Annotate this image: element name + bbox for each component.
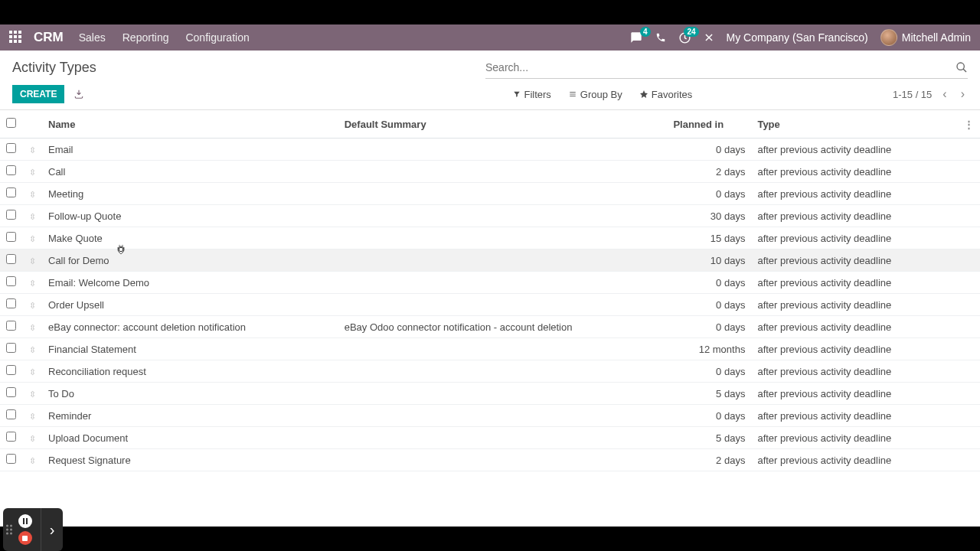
recorder-stop-button[interactable] — [18, 531, 32, 545]
close-x-icon[interactable] — [704, 32, 714, 43]
cell-name[interactable]: To Do — [42, 383, 338, 405]
table-row[interactable]: ⇳Email0 daysafter previous activity dead… — [0, 139, 980, 161]
cell-planned[interactable]: 10 days — [667, 249, 751, 272]
table-row[interactable]: ⇳Order Upsell0 daysafter previous activi… — [0, 294, 980, 316]
cell-type[interactable]: after previous activity deadline — [751, 294, 957, 316]
column-type[interactable]: Type — [751, 110, 957, 139]
table-row[interactable]: ⇳Reconciliation request0 daysafter previ… — [0, 360, 980, 383]
screen-recorder-widget[interactable]: › — [3, 508, 63, 551]
row-checkbox[interactable] — [6, 409, 16, 419]
cell-planned[interactable]: 0 days — [667, 405, 751, 427]
cell-type[interactable]: after previous activity deadline — [751, 139, 957, 161]
cell-name[interactable]: Meeting — [42, 183, 338, 205]
drag-handle-icon[interactable]: ⇳ — [29, 212, 36, 221]
cell-type[interactable]: after previous activity deadline — [751, 316, 957, 338]
cell-type[interactable]: after previous activity deadline — [751, 383, 957, 405]
drag-handle-icon[interactable]: ⇳ — [29, 234, 36, 243]
drag-handle-icon[interactable]: ⇳ — [29, 279, 36, 288]
cell-summary[interactable] — [338, 249, 668, 272]
cell-name[interactable]: Order Upsell — [42, 294, 338, 316]
cell-summary[interactable] — [338, 161, 668, 183]
cell-type[interactable]: after previous activity deadline — [751, 249, 957, 272]
drag-handle-icon[interactable]: ⇳ — [29, 190, 36, 199]
cell-name[interactable]: Call for Demo — [42, 249, 338, 272]
cell-name[interactable]: Call — [42, 161, 338, 183]
row-checkbox[interactable] — [6, 232, 16, 242]
row-checkbox[interactable] — [6, 254, 16, 264]
row-checkbox[interactable] — [6, 365, 16, 375]
cell-planned[interactable]: 0 days — [667, 139, 751, 161]
cell-planned[interactable]: 15 days — [667, 227, 751, 249]
recorder-expand-button[interactable]: › — [41, 521, 63, 539]
table-row[interactable]: ⇳Follow-up Quote30 daysafter previous ac… — [0, 205, 980, 227]
filters-button[interactable]: Filters — [513, 89, 550, 100]
cell-planned[interactable]: 0 days — [667, 294, 751, 316]
cell-name[interactable]: Reconciliation request — [42, 360, 338, 383]
drag-handle-icon[interactable]: ⇳ — [29, 301, 36, 310]
drag-handle-icon[interactable]: ⇳ — [29, 145, 36, 155]
cell-planned[interactable]: 0 days — [667, 316, 751, 338]
download-icon[interactable] — [74, 89, 84, 99]
column-options-icon[interactable]: ⋮ — [957, 110, 980, 139]
drag-handle-icon[interactable]: ⇳ — [29, 434, 36, 443]
cell-name[interactable]: Email: Welcome Demo — [42, 272, 338, 294]
cell-planned[interactable]: 0 days — [667, 272, 751, 294]
cell-planned[interactable]: 12 months — [667, 338, 751, 360]
drag-handle-icon[interactable]: ⇳ — [29, 168, 36, 177]
table-row[interactable]: ⇳Meeting0 daysafter previous activity de… — [0, 183, 980, 205]
drag-handle-icon[interactable]: ⇳ — [29, 390, 36, 399]
search-bar[interactable] — [485, 57, 968, 79]
drag-handle-icon[interactable]: ⇳ — [29, 412, 36, 421]
cell-type[interactable]: after previous activity deadline — [751, 360, 957, 383]
cell-summary[interactable] — [338, 183, 668, 205]
user-menu[interactable]: Mitchell Admin — [880, 29, 971, 46]
cell-planned[interactable]: 30 days — [667, 205, 751, 227]
cell-type[interactable]: after previous activity deadline — [751, 405, 957, 427]
cell-summary[interactable] — [338, 383, 668, 405]
recorder-drag-handle[interactable] — [6, 525, 12, 535]
table-row[interactable]: ⇳Email: Welcome Demo0 daysafter previous… — [0, 272, 980, 294]
company-switcher[interactable]: My Company (San Francisco) — [727, 31, 868, 44]
row-checkbox[interactable] — [6, 143, 16, 153]
row-checkbox[interactable] — [6, 432, 16, 442]
column-planned[interactable]: Planned in — [667, 110, 751, 139]
chat-icon[interactable]: 4 — [629, 31, 643, 44]
cell-planned[interactable]: 5 days — [667, 427, 751, 449]
row-checkbox[interactable] — [6, 187, 16, 197]
table-row[interactable]: ⇳Reminder0 daysafter previous activity d… — [0, 405, 980, 427]
create-button[interactable]: CREATE — [12, 85, 64, 103]
cell-name[interactable]: Reminder — [42, 405, 338, 427]
drag-handle-icon[interactable]: ⇳ — [29, 323, 36, 332]
row-checkbox[interactable] — [6, 298, 16, 308]
cell-name[interactable]: eBay connector: account deletion notific… — [42, 316, 338, 338]
cell-summary[interactable] — [338, 205, 668, 227]
cell-type[interactable]: after previous activity deadline — [751, 338, 957, 360]
drag-handle-icon[interactable]: ⇳ — [29, 456, 36, 465]
cell-planned[interactable]: 0 days — [667, 360, 751, 383]
cell-type[interactable]: after previous activity deadline — [751, 449, 957, 471]
row-checkbox[interactable] — [6, 165, 16, 175]
cell-name[interactable]: Follow-up Quote — [42, 205, 338, 227]
table-row[interactable]: ⇳eBay connector: account deletion notifi… — [0, 316, 980, 338]
search-icon[interactable] — [956, 61, 968, 73]
cell-summary[interactable] — [338, 338, 668, 360]
row-checkbox[interactable] — [6, 343, 16, 353]
table-row[interactable]: ⇳Call2 daysafter previous activity deadl… — [0, 161, 980, 183]
cell-type[interactable]: after previous activity deadline — [751, 427, 957, 449]
row-checkbox[interactable] — [6, 210, 16, 220]
phone-icon[interactable] — [655, 32, 666, 43]
cell-type[interactable]: after previous activity deadline — [751, 272, 957, 294]
cell-planned[interactable]: 2 days — [667, 449, 751, 471]
cell-type[interactable]: after previous activity deadline — [751, 227, 957, 249]
cell-summary[interactable]: eBay Odoo connector notification - accou… — [338, 316, 668, 338]
cell-type[interactable]: after previous activity deadline — [751, 183, 957, 205]
cell-planned[interactable]: 5 days — [667, 383, 751, 405]
nav-reporting[interactable]: Reporting — [122, 31, 169, 44]
cell-planned[interactable]: 0 days — [667, 183, 751, 205]
cell-name[interactable]: Request Signature — [42, 449, 338, 471]
table-row[interactable]: ⇳Make Quote15 daysafter previous activit… — [0, 227, 980, 249]
row-checkbox[interactable] — [6, 387, 16, 397]
cell-name[interactable]: Upload Document — [42, 427, 338, 449]
row-checkbox[interactable] — [6, 276, 16, 286]
cell-summary[interactable] — [338, 272, 668, 294]
